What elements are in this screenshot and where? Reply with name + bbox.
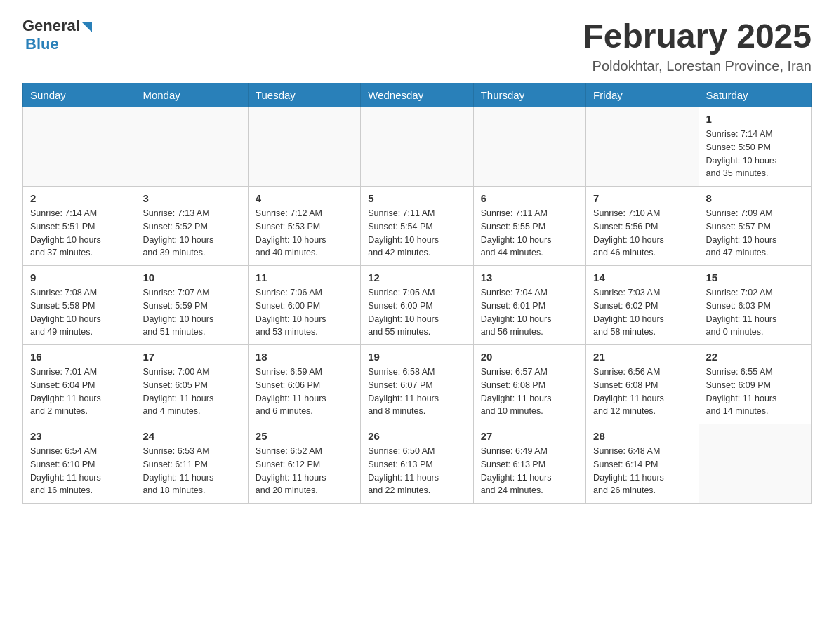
calendar-header-row: Sunday Monday Tuesday Wednesday Thursday… [23,83,812,107]
day-info: Sunrise: 6:49 AMSunset: 6:13 PMDaylight:… [481,445,578,497]
day-number: 21 [593,351,691,363]
calendar-table: Sunday Monday Tuesday Wednesday Thursday… [22,83,812,504]
calendar-cell: 17Sunrise: 7:00 AMSunset: 6:05 PMDayligh… [135,345,248,424]
calendar-cell: 3Sunrise: 7:13 AMSunset: 5:52 PMDaylight… [135,187,248,266]
calendar-cell: 14Sunrise: 7:03 AMSunset: 6:02 PMDayligh… [586,266,699,345]
month-title: February 2025 [583,17,812,55]
day-info: Sunrise: 6:59 AMSunset: 6:06 PMDaylight:… [256,365,353,418]
header-thursday: Thursday [473,83,585,107]
header-sunday: Sunday [23,83,135,107]
logo: General Blue [22,17,92,53]
logo-general-text: General [22,17,80,35]
calendar-cell: 4Sunrise: 7:12 AMSunset: 5:53 PMDaylight… [248,187,360,266]
calendar-cell: 6Sunrise: 7:11 AMSunset: 5:55 PMDaylight… [473,187,585,266]
day-number: 18 [256,351,353,363]
day-number: 26 [368,430,465,442]
day-number: 23 [30,430,128,442]
day-info: Sunrise: 7:01 AMSunset: 6:04 PMDaylight:… [30,365,128,418]
day-number: 20 [481,351,578,363]
logo-arrow-icon [82,22,92,32]
calendar-cell [361,107,473,187]
day-number: 25 [256,430,353,442]
day-number: 12 [368,271,465,283]
header-saturday: Saturday [699,83,811,107]
calendar-cell: 25Sunrise: 6:52 AMSunset: 6:12 PMDayligh… [248,424,360,504]
calendar-cell: 10Sunrise: 7:07 AMSunset: 5:59 PMDayligh… [135,266,248,345]
day-info: Sunrise: 7:06 AMSunset: 6:00 PMDaylight:… [256,286,353,339]
calendar-cell [473,107,585,187]
calendar-cell [23,107,135,187]
logo-blue-text: Blue [25,35,59,53]
day-number: 9 [30,271,128,283]
day-info: Sunrise: 7:11 AMSunset: 5:54 PMDaylight:… [368,207,465,260]
calendar-cell [699,424,811,504]
day-number: 17 [143,351,240,363]
day-info: Sunrise: 7:12 AMSunset: 5:53 PMDaylight:… [256,207,353,260]
day-info: Sunrise: 7:07 AMSunset: 5:59 PMDaylight:… [143,286,240,339]
day-number: 6 [481,192,578,204]
day-number: 19 [368,351,465,363]
day-info: Sunrise: 6:52 AMSunset: 6:12 PMDaylight:… [256,445,353,497]
calendar-cell: 19Sunrise: 6:58 AMSunset: 6:07 PMDayligh… [361,345,473,424]
calendar-cell: 26Sunrise: 6:50 AMSunset: 6:13 PMDayligh… [361,424,473,504]
day-number: 10 [143,271,240,283]
day-number: 24 [143,430,240,442]
day-number: 4 [256,192,353,204]
day-number: 22 [706,351,804,363]
calendar-week-row: 16Sunrise: 7:01 AMSunset: 6:04 PMDayligh… [23,345,812,424]
calendar-cell: 2Sunrise: 7:14 AMSunset: 5:51 PMDaylight… [23,187,135,266]
title-block: February 2025 Poldokhtar, Lorestan Provi… [583,17,812,74]
day-number: 7 [593,192,691,204]
day-number: 3 [143,192,240,204]
calendar-cell: 28Sunrise: 6:48 AMSunset: 6:14 PMDayligh… [586,424,699,504]
day-info: Sunrise: 6:48 AMSunset: 6:14 PMDaylight:… [593,445,691,497]
day-info: Sunrise: 7:11 AMSunset: 5:55 PMDaylight:… [481,207,578,260]
calendar-cell: 9Sunrise: 7:08 AMSunset: 5:58 PMDaylight… [23,266,135,345]
calendar-week-row: 9Sunrise: 7:08 AMSunset: 5:58 PMDaylight… [23,266,812,345]
calendar-week-row: 2Sunrise: 7:14 AMSunset: 5:51 PMDaylight… [23,187,812,266]
day-info: Sunrise: 6:53 AMSunset: 6:11 PMDaylight:… [143,445,240,497]
day-number: 8 [706,192,804,204]
calendar-cell: 7Sunrise: 7:10 AMSunset: 5:56 PMDaylight… [586,187,699,266]
day-info: Sunrise: 6:56 AMSunset: 6:08 PMDaylight:… [593,365,691,418]
calendar-cell: 23Sunrise: 6:54 AMSunset: 6:10 PMDayligh… [23,424,135,504]
day-number: 13 [481,271,578,283]
calendar-cell: 27Sunrise: 6:49 AMSunset: 6:13 PMDayligh… [473,424,585,504]
day-number: 28 [593,430,691,442]
header-monday: Monday [135,83,248,107]
calendar-week-row: 23Sunrise: 6:54 AMSunset: 6:10 PMDayligh… [23,424,812,504]
day-info: Sunrise: 7:03 AMSunset: 6:02 PMDaylight:… [593,286,691,339]
day-number: 2 [30,192,128,204]
day-info: Sunrise: 7:04 AMSunset: 6:01 PMDaylight:… [481,286,578,339]
calendar-cell: 18Sunrise: 6:59 AMSunset: 6:06 PMDayligh… [248,345,360,424]
page-header: General Blue February 2025 Poldokhtar, L… [22,17,812,74]
day-number: 1 [706,113,804,125]
calendar-cell: 5Sunrise: 7:11 AMSunset: 5:54 PMDaylight… [361,187,473,266]
calendar-cell [135,107,248,187]
header-friday: Friday [586,83,699,107]
day-number: 15 [706,271,804,283]
calendar-cell: 20Sunrise: 6:57 AMSunset: 6:08 PMDayligh… [473,345,585,424]
day-number: 11 [256,271,353,283]
calendar-cell [248,107,360,187]
calendar-cell [586,107,699,187]
day-info: Sunrise: 7:00 AMSunset: 6:05 PMDaylight:… [143,365,240,418]
calendar-cell: 1Sunrise: 7:14 AMSunset: 5:50 PMDaylight… [699,107,811,187]
day-number: 16 [30,351,128,363]
calendar-cell: 24Sunrise: 6:53 AMSunset: 6:11 PMDayligh… [135,424,248,504]
calendar-cell: 15Sunrise: 7:02 AMSunset: 6:03 PMDayligh… [699,266,811,345]
day-info: Sunrise: 6:55 AMSunset: 6:09 PMDaylight:… [706,365,804,418]
header-tuesday: Tuesday [248,83,360,107]
day-info: Sunrise: 7:02 AMSunset: 6:03 PMDaylight:… [706,286,804,339]
day-number: 14 [593,271,691,283]
calendar-cell: 11Sunrise: 7:06 AMSunset: 6:00 PMDayligh… [248,266,360,345]
day-info: Sunrise: 7:10 AMSunset: 5:56 PMDaylight:… [593,207,691,260]
day-info: Sunrise: 7:14 AMSunset: 5:51 PMDaylight:… [30,207,128,260]
location-subtitle: Poldokhtar, Lorestan Province, Iran [583,58,812,74]
day-info: Sunrise: 6:58 AMSunset: 6:07 PMDaylight:… [368,365,465,418]
calendar-cell: 8Sunrise: 7:09 AMSunset: 5:57 PMDaylight… [699,187,811,266]
day-info: Sunrise: 6:57 AMSunset: 6:08 PMDaylight:… [481,365,578,418]
day-info: Sunrise: 6:54 AMSunset: 6:10 PMDaylight:… [30,445,128,497]
day-info: Sunrise: 7:14 AMSunset: 5:50 PMDaylight:… [706,128,804,180]
calendar-cell: 22Sunrise: 6:55 AMSunset: 6:09 PMDayligh… [699,345,811,424]
